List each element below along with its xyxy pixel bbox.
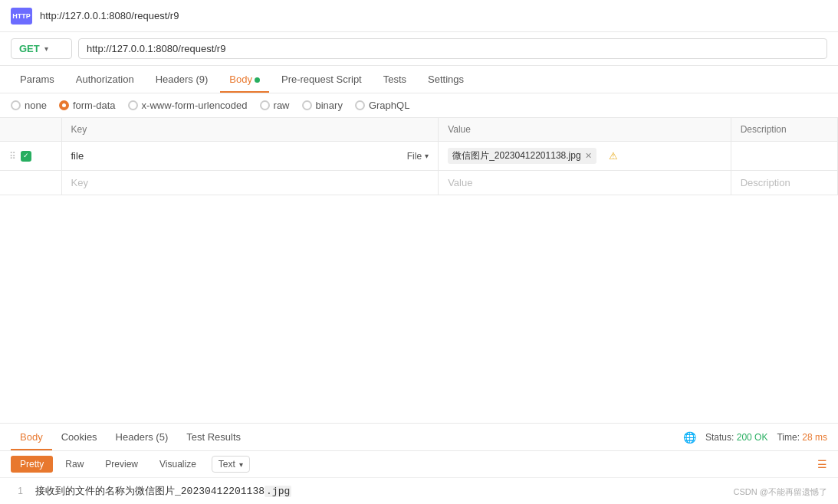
url-value: http://127.0.0.1:8080/request/r9 — [87, 43, 225, 54]
radio-none — [11, 100, 21, 110]
file-tag: 微信图片_20230412201138.jpg ✕ — [448, 148, 596, 164]
spacer — [0, 195, 838, 257]
body-type-none[interactable]: none — [11, 100, 47, 111]
description-placeholder: Description — [741, 177, 790, 188]
tab-body[interactable]: Body — [220, 66, 269, 93]
key-value: file — [71, 150, 84, 162]
title-url: http://127.0.0.1:8080/request/r9 — [40, 10, 179, 21]
radio-urlencoded — [128, 100, 138, 110]
check-icon: ✓ — [23, 152, 29, 159]
description-cell[interactable] — [731, 142, 837, 171]
response-tab-test-results[interactable]: Test Results — [177, 424, 250, 450]
line-text-1: 接收到的文件的名称为微信图片_20230412201138.jpg — [35, 484, 291, 498]
tab-params[interactable]: Params — [11, 66, 64, 93]
empty-controls-cell — [0, 171, 61, 195]
radio-form-data — [59, 100, 69, 110]
tab-pre-request[interactable]: Pre-request Script — [272, 66, 371, 93]
body-type-urlencoded[interactable]: x-www-form-urlencoded — [128, 100, 248, 111]
method-chevron-icon: ▾ — [44, 44, 48, 53]
format-preview-button[interactable]: Preview — [96, 456, 147, 473]
file-name: 微信图片_20230412201138.jpg — [452, 149, 580, 162]
col-key: Key — [61, 118, 439, 142]
table-row: ⠿ ✓ file File ▾ — [0, 142, 838, 171]
tab-headers[interactable]: Headers (9) — [146, 66, 218, 93]
status-value: 200 OK — [737, 432, 768, 443]
time-info: Time: 28 ms — [777, 432, 827, 443]
format-visualize-button[interactable]: Visualize — [150, 456, 205, 473]
text-type-dropdown[interactable]: Text ▾ — [212, 456, 250, 473]
body-type-graphql[interactable]: GraphQL — [355, 100, 409, 111]
col-description: Description — [731, 118, 837, 142]
radio-raw — [260, 100, 270, 110]
radio-binary — [302, 100, 312, 110]
response-content: 1 接收到的文件的名称为微信图片_20230412201138.jpg — [0, 478, 838, 504]
key-cell: file File ▾ — [61, 142, 439, 171]
url-input[interactable]: http://127.0.0.1:8080/request/r9 — [78, 38, 827, 59]
response-tabs-left: Body Cookies Headers (5) Test Results — [11, 424, 250, 450]
status-label: Status: 200 OK — [705, 432, 767, 443]
filter-lines-icon[interactable]: ☰ — [817, 458, 827, 470]
body-type-raw[interactable]: raw — [260, 100, 290, 111]
tab-authorization[interactable]: Authorization — [67, 66, 143, 93]
text-dropdown-label: Text — [219, 459, 235, 470]
http-icon: HTTP — [11, 8, 32, 25]
response-line-1: 1 接收到的文件的名称为微信图片_20230412201138.jpg — [11, 484, 827, 498]
col-value: Value — [439, 118, 731, 142]
drag-handle-icon[interactable]: ⠿ — [9, 151, 16, 162]
empty-key-cell[interactable]: Key — [61, 171, 439, 195]
empty-value-cell[interactable]: Value — [439, 171, 731, 195]
file-type-label: File — [407, 151, 422, 162]
response-tab-body[interactable]: Body — [11, 424, 52, 450]
response-status-info: 🌐 Status: 200 OK Time: 28 ms — [683, 431, 827, 443]
row-controls-cell: ⠿ ✓ — [0, 142, 61, 171]
col-controls — [0, 118, 61, 142]
tab-tests[interactable]: Tests — [374, 66, 416, 93]
form-table-wrapper: Key Value Description ⠿ ✓ file — [0, 118, 838, 195]
value-placeholder: Value — [448, 177, 472, 188]
body-type-binary[interactable]: binary — [302, 100, 343, 111]
method-select[interactable]: GET ▾ — [11, 38, 72, 59]
form-data-table: Key Value Description ⠿ ✓ file — [0, 118, 838, 195]
highlight-text: .jpg — [265, 486, 291, 497]
text-dropdown-chevron-icon: ▾ — [239, 460, 243, 469]
empty-description-cell[interactable]: Description — [731, 171, 837, 195]
format-row: Pretty Raw Preview Visualize Text ▾ ☰ — [0, 451, 838, 478]
response-tab-headers[interactable]: Headers (5) — [107, 424, 178, 450]
table-empty-row: Key Value Description — [0, 171, 838, 195]
key-placeholder: Key — [71, 177, 88, 188]
response-tab-cookies[interactable]: Cookies — [52, 424, 107, 450]
time-value: 28 ms — [802, 432, 827, 443]
radio-graphql — [355, 100, 365, 110]
response-area: Body Cookies Headers (5) Test Results 🌐 … — [0, 423, 838, 504]
globe-icon: 🌐 — [683, 431, 696, 443]
watermark: CSDN @不能再留遗憾了 — [734, 486, 827, 498]
value-cell: 微信图片_20230412201138.jpg ✕ ⚠ — [439, 142, 731, 171]
row-controls: ⠿ ✓ — [9, 151, 52, 162]
title-bar: HTTP http://127.0.0.1:8080/request/r9 — [0, 0, 838, 32]
line-number-1: 1 — [11, 486, 23, 496]
file-tag-close-icon[interactable]: ✕ — [585, 151, 592, 161]
url-bar: GET ▾ http://127.0.0.1:8080/request/r9 — [0, 32, 838, 66]
format-raw-button[interactable]: Raw — [56, 456, 93, 473]
response-tabs-row: Body Cookies Headers (5) Test Results 🌐 … — [0, 424, 838, 451]
table-header-row: Key Value Description — [0, 118, 838, 142]
row-checkbox[interactable]: ✓ — [21, 151, 31, 162]
format-pretty-button[interactable]: Pretty — [11, 456, 53, 473]
request-tabs: Params Authorization Headers (9) Body Pr… — [0, 66, 838, 93]
warning-icon: ⚠ — [609, 150, 618, 162]
body-dot — [255, 77, 260, 83]
method-label: GET — [19, 43, 40, 54]
body-type-row: none form-data x-www-form-urlencoded raw… — [0, 93, 838, 118]
tab-settings[interactable]: Settings — [419, 66, 473, 93]
file-type-chevron-icon: ▾ — [425, 152, 429, 160]
body-type-form-data[interactable]: form-data — [59, 100, 116, 111]
file-type-badge[interactable]: File ▾ — [407, 151, 429, 162]
